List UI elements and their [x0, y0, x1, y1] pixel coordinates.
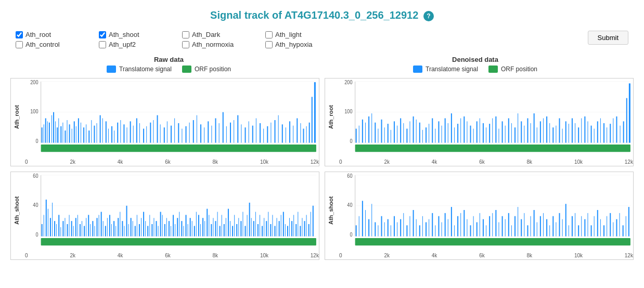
svg-rect-396 — [543, 213, 544, 237]
svg-rect-124 — [416, 120, 417, 143]
svg-rect-253 — [153, 218, 154, 236]
svg-rect-76 — [245, 127, 246, 142]
checkbox-ath-control-input[interactable] — [16, 41, 23, 48]
svg-text:100: 100 — [30, 108, 38, 114]
svg-rect-326 — [308, 224, 310, 237]
raw-data-title: Raw data — [154, 56, 184, 63]
chart-raw-shoot: Ath_shoot 60 40 0 — [10, 172, 319, 260]
checkbox-ath-dark[interactable]: Ath_Dark — [182, 31, 265, 38]
svg-rect-340 — [365, 210, 366, 237]
svg-rect-316 — [287, 226, 288, 237]
svg-rect-119 — [400, 119, 401, 143]
checkbox-ath-root[interactable]: Ath_root — [16, 31, 99, 38]
chart-svg-raw-shoot: 60 40 0 — [22, 172, 319, 252]
svg-rect-146 — [486, 127, 486, 142]
svg-rect-140 — [467, 121, 467, 142]
svg-rect-112 — [378, 129, 378, 143]
svg-rect-327 — [311, 212, 311, 237]
svg-rect-393 — [534, 210, 535, 237]
svg-rect-47 — [139, 123, 140, 143]
svg-rect-314 — [283, 212, 284, 237]
checkbox-ath-hypoxia[interactable]: Ath_hypoxia — [265, 41, 349, 48]
checkbox-ath-light[interactable]: Ath_light — [265, 31, 349, 38]
svg-rect-374 — [473, 216, 474, 237]
svg-rect-256 — [160, 212, 161, 237]
svg-rect-87 — [286, 127, 286, 142]
checkbox-ath-upf2-input[interactable] — [99, 41, 106, 48]
svg-rect-150 — [498, 129, 499, 143]
svg-rect-207 — [56, 224, 57, 237]
svg-rect-55 — [167, 121, 168, 142]
svg-rect-215 — [73, 226, 74, 237]
submit-button[interactable]: Submit — [588, 31, 628, 45]
svg-rect-205 — [52, 203, 53, 237]
svg-rect-279 — [209, 215, 209, 236]
svg-rect-273 — [196, 212, 197, 237]
svg-rect-402 — [562, 219, 563, 237]
checkbox-ath-shoot[interactable]: Ath_shoot — [99, 31, 182, 38]
svg-rect-366 — [448, 219, 448, 237]
svg-rect-405 — [572, 216, 573, 237]
svg-rect-341 — [368, 219, 369, 237]
svg-rect-168 — [556, 126, 556, 143]
svg-rect-203 — [48, 209, 48, 237]
chart-svg-raw-root: 200 100 0 — [22, 78, 319, 158]
svg-rect-409 — [584, 219, 585, 237]
svg-rect-337 — [356, 225, 357, 236]
svg-rect-265 — [179, 212, 179, 237]
checkbox-ath-dark-input[interactable] — [182, 31, 189, 38]
svg-rect-71 — [226, 126, 227, 143]
svg-rect-390 — [524, 213, 524, 237]
svg-rect-50 — [150, 123, 151, 143]
svg-rect-10 — [45, 119, 46, 143]
svg-rect-174 — [575, 123, 575, 143]
checkbox-ath-normoxia-input[interactable] — [182, 41, 189, 48]
checkbox-ath-root-input[interactable] — [16, 31, 23, 38]
svg-rect-35 — [102, 119, 103, 143]
svg-rect-408 — [581, 216, 582, 237]
svg-rect-157 — [521, 121, 522, 142]
svg-rect-344 — [378, 225, 378, 236]
y-label-raw-shoot: Ath_shoot — [11, 172, 22, 259]
svg-rect-222 — [88, 215, 89, 236]
svg-rect-179 — [591, 126, 592, 143]
checkbox-ath-upf2[interactable]: Ath_upf2 — [99, 41, 182, 48]
svg-rect-345 — [381, 216, 382, 237]
svg-rect-235 — [115, 226, 116, 237]
checkbox-ath-shoot-input[interactable] — [99, 31, 106, 38]
svg-text:0: 0 — [35, 138, 38, 144]
svg-rect-216 — [75, 218, 76, 236]
svg-rect-255 — [158, 226, 159, 237]
denoised-data-legend: Denoised data Translatome signal ORF pos… — [413, 56, 537, 73]
svg-rect-323 — [302, 218, 302, 236]
svg-rect-18 — [60, 126, 61, 143]
svg-rect-415 — [603, 225, 604, 236]
svg-rect-214 — [71, 221, 72, 236]
svg-rect-42 — [123, 124, 124, 142]
svg-rect-86 — [282, 124, 283, 142]
svg-rect-347 — [388, 219, 389, 237]
svg-rect-132 — [442, 126, 442, 143]
svg-rect-201 — [44, 215, 44, 236]
svg-rect-118 — [397, 126, 397, 143]
svg-rect-365 — [445, 213, 446, 237]
svg-rect-306 — [266, 221, 267, 236]
svg-rect-270 — [190, 218, 191, 236]
checkbox-ath-control[interactable]: Ath_control — [16, 41, 99, 48]
svg-rect-239 — [124, 226, 124, 237]
svg-rect-180 — [594, 129, 595, 143]
checkbox-ath-hypoxia-input[interactable] — [265, 41, 273, 48]
svg-rect-24 — [74, 121, 75, 142]
svg-rect-116 — [391, 130, 391, 143]
svg-rect-319 — [293, 215, 294, 236]
svg-rect-27 — [81, 123, 81, 143]
svg-rect-38 — [111, 126, 112, 143]
svg-rect-243 — [133, 221, 133, 236]
svg-rect-257 — [162, 215, 163, 236]
chart-svg-denoised-shoot: 60 40 0 — [337, 172, 633, 252]
help-icon[interactable]: ? — [423, 11, 434, 21]
checkbox-ath-light-input[interactable] — [265, 31, 273, 38]
checkbox-ath-normoxia[interactable]: Ath_normoxia — [182, 41, 265, 48]
svg-rect-40 — [117, 123, 118, 143]
svg-rect-378 — [486, 225, 486, 236]
